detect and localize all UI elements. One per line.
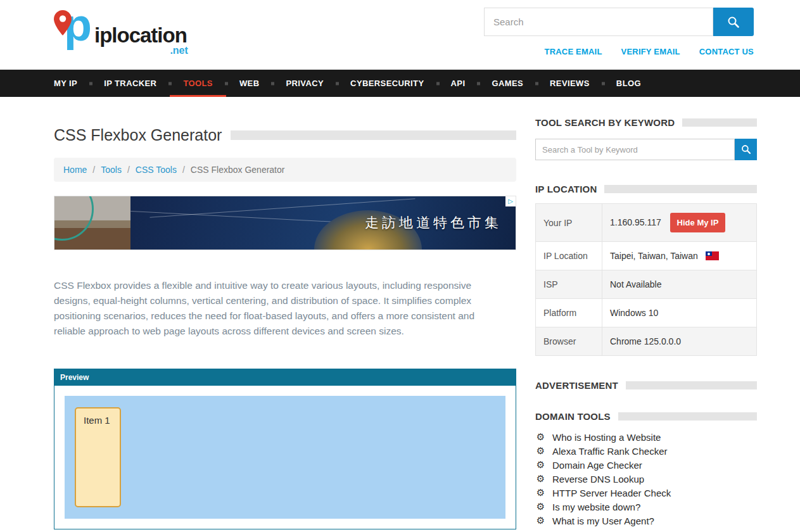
table-row-browser: Browser Chrome 125.0.0.0 <box>536 327 757 356</box>
nav-my-ip[interactable]: MY IP <box>41 70 91 97</box>
ip-location-value: Taipei, Taiwan, Taiwan <box>610 251 698 261</box>
logo-mark: p <box>54 9 94 54</box>
domain-tool-domain-age[interactable]: ⚙ Domain Age Checker <box>535 458 757 472</box>
logo-tld: .net <box>170 46 187 56</box>
nav-cybersecurity[interactable]: CYBERSECURITY <box>337 70 437 97</box>
nav-ip-tracker[interactable]: IP TRACKER <box>91 70 170 97</box>
site-search <box>484 8 754 36</box>
domain-tool-website-down[interactable]: ⚙ Is my website down? <box>535 500 757 514</box>
domain-tool-hosting[interactable]: ⚙ Who is Hosting a Website <box>535 430 757 444</box>
ip-location-heading: IP LOCATION <box>535 184 597 194</box>
heading-decoration-bar <box>626 381 757 390</box>
gear-icon: ⚙ <box>535 487 546 498</box>
gear-icon: ⚙ <box>535 445 546 457</box>
gear-icon: ⚙ <box>535 431 546 443</box>
search-icon <box>741 144 751 155</box>
domain-tools-heading: DOMAIN TOOLS <box>535 411 611 422</box>
ip-location-table: Your IP 1.160.95.117 Hide My IP IP Locat… <box>535 203 757 356</box>
domain-tools-list: ⚙ Who is Hosting a Website ⚙ Alexa Traff… <box>535 430 757 528</box>
heading-decoration-bar <box>682 118 757 127</box>
title-decoration-bar <box>231 130 516 140</box>
logo-text: iplocation <box>94 23 187 47</box>
table-row-your-ip: Your IP 1.160.95.117 Hide My IP <box>536 204 757 242</box>
breadcrumb-current: CSS Flexbox Generator <box>191 165 285 175</box>
domain-tool-http-header[interactable]: ⚙ HTTP Server Header Check <box>535 486 757 500</box>
nav-blog[interactable]: BLOG <box>603 70 654 97</box>
breadcrumb: Home / Tools / CSS Tools / CSS Flexbox G… <box>54 158 516 182</box>
heading-decoration-bar <box>604 185 757 193</box>
nav-games[interactable]: GAMES <box>478 70 537 97</box>
nav-tools[interactable]: TOOLS <box>170 70 226 97</box>
ad-photo-strip <box>54 196 130 250</box>
breadcrumb-css-tools[interactable]: CSS Tools <box>136 165 177 175</box>
link-trace-email[interactable]: TRACE EMAIL <box>545 47 602 56</box>
search-icon <box>727 16 740 28</box>
breadcrumb-separator: / <box>182 165 185 175</box>
nav-web[interactable]: WEB <box>226 70 273 97</box>
header-links: TRACE EMAIL VERIFY EMAIL CONTACT US <box>545 47 754 56</box>
breadcrumb-home[interactable]: Home <box>63 165 87 175</box>
site-header: p iplocation .net TRACE EMAIL VERIFY EMA… <box>0 0 800 70</box>
table-row-isp: ISP Not Available <box>536 270 757 299</box>
preview-body: Item 1 <box>54 386 516 529</box>
gear-icon: ⚙ <box>535 473 546 484</box>
domain-tool-reverse-dns[interactable]: ⚙ Reverse DNS Lookup <box>535 472 757 486</box>
tool-description: CSS Flexbox provides a flexible and intu… <box>54 278 504 339</box>
gear-icon: ⚙ <box>535 501 546 512</box>
nav-api[interactable]: API <box>438 70 479 97</box>
your-ip-value: 1.160.95.117 <box>610 217 661 227</box>
link-contact-us[interactable]: CONTACT US <box>699 47 754 56</box>
advertisement-heading: ADVERTISEMENT <box>535 380 618 391</box>
gear-icon: ⚙ <box>535 515 546 526</box>
table-row-ip-location: IP Location Taipei, Taiwan, Taiwan <box>536 242 757 270</box>
domain-tool-alexa-rank[interactable]: ⚙ Alexa Traffic Rank Checker <box>535 444 757 458</box>
main-nav: MY IP IP TRACKER TOOLS WEB PRIVACY CYBER… <box>0 70 800 97</box>
table-row-platform: Platform Windows 10 <box>536 299 757 327</box>
link-verify-email[interactable]: VERIFY EMAIL <box>621 47 680 56</box>
ad-overlay-text: 走訪地道特色市集 <box>365 213 502 232</box>
adchoices-icon[interactable]: ▷ <box>505 196 516 206</box>
nav-reviews[interactable]: REVIEWS <box>537 70 603 97</box>
domain-tool-user-agent[interactable]: ⚙ What is my User Agent? <box>535 514 757 528</box>
nav-privacy[interactable]: PRIVACY <box>272 70 337 97</box>
heading-decoration-bar <box>618 412 757 421</box>
header-right: TRACE EMAIL VERIFY EMAIL CONTACT US <box>484 8 754 56</box>
gear-icon: ⚙ <box>535 459 546 471</box>
flex-item-1: Item 1 <box>75 407 121 507</box>
tool-search-input[interactable] <box>535 139 735 160</box>
hide-my-ip-button[interactable]: Hide My IP <box>670 213 726 232</box>
preview-header: Preview <box>54 369 516 386</box>
site-logo[interactable]: p iplocation .net <box>54 9 187 54</box>
breadcrumb-separator: / <box>92 165 95 175</box>
content-column: CSS Flexbox Generator Home / Tools / CSS… <box>54 117 516 529</box>
location-pin-icon <box>54 10 72 37</box>
breadcrumb-separator: / <box>127 165 130 175</box>
preview-panel: Preview Item 1 <box>54 369 516 529</box>
ad-photo-main: 走訪地道特色市集 ▷ <box>130 196 516 250</box>
sidebar: TOOL SEARCH BY KEYWORD IP LOCATION Your … <box>535 117 757 529</box>
breadcrumb-tools[interactable]: Tools <box>101 165 122 175</box>
flex-preview-container: Item 1 <box>65 396 505 519</box>
site-search-input[interactable] <box>484 8 713 36</box>
site-search-button[interactable] <box>713 8 754 36</box>
page-main: CSS Flexbox Generator Home / Tools / CSS… <box>0 97 800 529</box>
tool-search-heading: TOOL SEARCH BY KEYWORD <box>535 117 675 128</box>
page-title: CSS Flexbox Generator <box>54 126 222 144</box>
logo-wordmark: iplocation .net <box>94 25 187 54</box>
tool-search <box>535 139 757 160</box>
tool-search-button[interactable] <box>735 139 757 160</box>
ad-banner[interactable]: 走訪地道特色市集 ▷ <box>54 196 516 250</box>
ad-decorative-curve <box>54 196 94 241</box>
taiwan-flag-icon <box>706 251 719 260</box>
